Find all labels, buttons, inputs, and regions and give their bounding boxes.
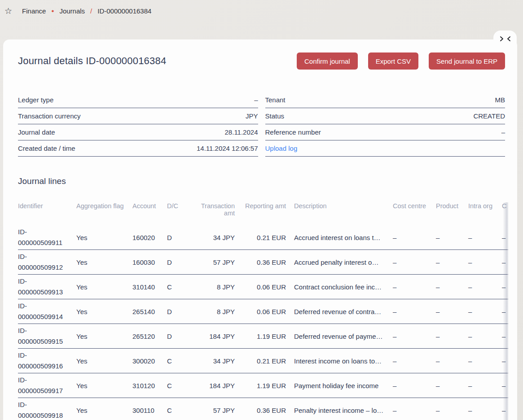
cell-cost-centre: –: [393, 258, 436, 266]
col-header-intra-org: Intra org: [468, 202, 502, 217]
cell-transaction-amt: 57 JPY: [189, 258, 235, 266]
cell-aggregation-flag: Yes: [76, 258, 132, 266]
cell-reporting-amt: 0.06 EUR: [235, 283, 286, 291]
cell-clipped: –: [502, 258, 509, 266]
field-label: Tenant: [265, 96, 286, 104]
cell-clipped: –: [502, 283, 509, 291]
cell-description: Contract conclusion fee inc…: [286, 283, 393, 291]
cell-product: –: [436, 357, 468, 365]
cell-product: –: [436, 308, 468, 315]
cell-account: 265120: [132, 332, 167, 340]
cell-dc: D: [167, 332, 189, 340]
cell-transaction-amt: 8 JPY: [189, 308, 235, 315]
table-row: ID-000000509911 Yes 160020 D 34 JPY 0.21…: [18, 225, 509, 250]
cell-intra-org: –: [468, 283, 502, 291]
breadcrumb-current-journal-id: ID-000000016384: [97, 7, 151, 15]
cell-reporting-amt: 0.36 EUR: [235, 407, 286, 414]
cell-dc: C: [167, 357, 189, 365]
cell-identifier: ID-000000509914: [18, 301, 76, 322]
breadcrumb: ☆ Finance • Journals / ID-000000016384: [0, 0, 523, 22]
send-journal-to-erp-button[interactable]: Send journal to ERP: [429, 52, 505, 70]
cell-transaction-amt: 57 JPY: [189, 407, 235, 414]
table-row: ID-000000509918 Yes 300110 C 57 JPY 0.36…: [18, 398, 509, 420]
cell-clipped: –: [502, 308, 509, 315]
cell-identifier: ID-000000509916: [18, 350, 76, 372]
table-row: ID-000000509917 Yes 310120 C 184 JPY 1.1…: [18, 373, 509, 398]
cell-cost-centre: –: [393, 234, 436, 241]
cell-cost-centre: –: [393, 308, 436, 315]
export-csv-button[interactable]: Export CSV: [368, 52, 418, 70]
cell-product: –: [436, 258, 468, 266]
panel-toggle: [493, 31, 517, 47]
favorite-star-icon[interactable]: ☆: [4, 7, 12, 15]
action-buttons: Confirm journal Export CSV Send journal …: [297, 52, 505, 70]
details-right-column: Tenant MB Status CREATED Reference numbe…: [265, 92, 505, 157]
cell-reporting-amt: 0.36 EUR: [235, 258, 286, 266]
field-tenant: Tenant MB: [265, 92, 505, 108]
cell-intra-org: –: [468, 357, 502, 365]
field-value: –: [254, 96, 258, 104]
cell-dc: C: [167, 407, 189, 414]
table-header-row: Identifier Aggregation flag Account D/C …: [18, 202, 509, 225]
field-reference-number: Reference number –: [265, 124, 505, 140]
field-value: 28.11.2024: [225, 128, 258, 136]
table-row: ID-000000509912 Yes 160030 D 57 JPY 0.36…: [18, 250, 509, 275]
cell-description: Penalty interest income – lo…: [286, 407, 393, 414]
cell-transaction-amt: 184 JPY: [189, 382, 235, 389]
field-value: –: [501, 128, 505, 136]
cell-identifier: ID-000000509913: [18, 276, 76, 298]
col-header-description: Description: [286, 202, 393, 217]
table-row: ID-000000509914 Yes 265140 D 8 JPY 0.06 …: [18, 299, 509, 324]
cell-transaction-amt: 8 JPY: [189, 283, 235, 291]
field-label: Reference number: [265, 128, 321, 136]
cell-reporting-amt: 0.06 EUR: [235, 308, 286, 315]
breadcrumb-journals[interactable]: Journals: [59, 7, 85, 15]
breadcrumb-finance[interactable]: Finance: [22, 7, 46, 15]
cell-dc: C: [167, 382, 189, 389]
field-value: CREATED: [473, 112, 505, 120]
cell-clipped: –: [502, 407, 509, 414]
cell-product: –: [436, 382, 468, 389]
cell-aggregation-flag: Yes: [76, 234, 132, 241]
field-ledger-type: Ledger type –: [18, 92, 258, 108]
field-value: MB: [495, 96, 505, 104]
field-status: Status CREATED: [265, 108, 505, 124]
cell-dc: C: [167, 283, 189, 291]
journal-lines-table[interactable]: Identifier Aggregation flag Account D/C …: [18, 202, 509, 420]
cell-aggregation-flag: Yes: [76, 382, 132, 389]
cell-product: –: [436, 283, 468, 291]
chevron-left-icon[interactable]: [507, 36, 511, 42]
journal-details-fields: Ledger type – Transaction currency JPY J…: [18, 92, 505, 157]
field-label: Transaction currency: [18, 112, 81, 120]
cell-clipped: –: [502, 357, 509, 365]
field-value: 14.11.2024 12:06:57: [197, 144, 258, 152]
upload-log-link[interactable]: Upload log: [265, 144, 298, 152]
cell-account: 310140: [132, 283, 167, 291]
cell-description: Deferred revenue of payme…: [286, 332, 393, 340]
card-header: Journal details ID-000000016384 Confirm …: [18, 52, 505, 70]
cell-aggregation-flag: Yes: [76, 357, 132, 365]
cell-dc: D: [167, 308, 189, 315]
details-left-column: Ledger type – Transaction currency JPY J…: [18, 92, 258, 157]
cell-dc: D: [167, 258, 189, 266]
cell-account: 265140: [132, 308, 167, 315]
cell-intra-org: –: [468, 407, 502, 414]
cell-reporting-amt: 1.19 EUR: [235, 382, 286, 389]
field-label: Created date / time: [18, 144, 75, 152]
cell-intra-org: –: [468, 382, 502, 389]
confirm-journal-button[interactable]: Confirm journal: [297, 52, 358, 70]
field-label: Journal date: [18, 128, 55, 136]
cell-aggregation-flag: Yes: [76, 407, 132, 414]
cell-description: Deferred revenue of contra…: [286, 308, 393, 315]
col-header-identifier: Identifier: [18, 202, 76, 217]
field-transaction-currency: Transaction currency JPY: [18, 108, 258, 124]
cell-identifier: ID-000000509915: [18, 325, 76, 347]
cell-intra-org: –: [468, 258, 502, 266]
cell-aggregation-flag: Yes: [76, 332, 132, 340]
cell-description: Accrued interest on loans t…: [286, 234, 393, 241]
cell-description: Payment holiday fee income: [286, 382, 393, 389]
page-title: Journal details ID-000000016384: [18, 55, 166, 67]
cell-transaction-amt: 184 JPY: [189, 332, 235, 340]
chevron-right-icon[interactable]: [500, 36, 504, 42]
cell-account: 160030: [132, 258, 167, 266]
